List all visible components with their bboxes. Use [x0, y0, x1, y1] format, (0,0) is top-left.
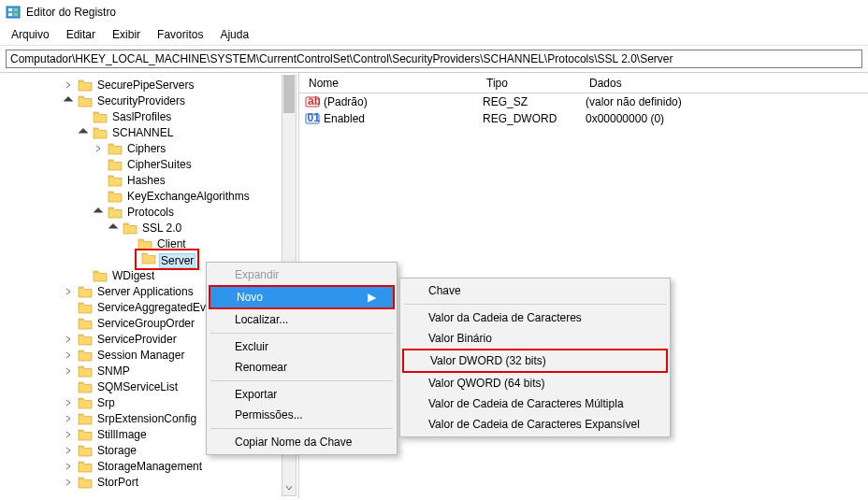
addressbar [0, 46, 868, 73]
folder-icon [93, 110, 108, 123]
tree-node[interactable]: CipherSuites [2, 156, 298, 172]
menu-ajuda[interactable]: Ajuda [212, 26, 256, 43]
scroll-thumb[interactable] [283, 76, 295, 113]
context-menu[interactable]: Expandir Novo ▶ Localizar... Excluir Ren… [206, 262, 398, 455]
value-name: Enabled [324, 112, 483, 125]
folder-icon [78, 412, 93, 425]
folder-icon [93, 126, 108, 139]
ctx-localizar[interactable]: Localizar... [209, 309, 395, 330]
value-data: (valor não definido) [586, 95, 868, 108]
chevron-collapsed-icon[interactable] [62, 333, 75, 346]
ctx-excluir[interactable]: Excluir [209, 336, 395, 357]
folder-icon [78, 79, 93, 92]
svg-rect-0 [7, 7, 20, 18]
chevron-expanded-icon[interactable] [92, 206, 105, 219]
twisty-spacer [92, 158, 105, 171]
ctx-separator [404, 304, 666, 305]
tree-node[interactable]: KeyExchangeAlgorithms [2, 188, 298, 204]
chevron-collapsed-icon[interactable] [92, 142, 105, 155]
tree-node[interactable]: SCHANNEL [2, 124, 298, 140]
tree-node[interactable]: StorageManagement [2, 458, 298, 474]
tree-node-label: SQMServiceList [95, 380, 180, 393]
value-type: REG_SZ [483, 95, 586, 108]
value-list[interactable]: (Padrão)REG_SZ(valor não definido)Enable… [299, 93, 868, 127]
tree-node-label: Protocols [125, 206, 176, 219]
folder-icon [78, 285, 93, 298]
tree-node[interactable]: SaslProfiles [2, 108, 298, 124]
tree-node-label: ServiceProvider [95, 333, 179, 346]
values-header[interactable]: Nome Tipo Dados [299, 73, 868, 93]
twisty-spacer [122, 253, 135, 266]
chevron-collapsed-icon[interactable] [62, 412, 75, 425]
tree-node[interactable]: SecurityProviders [2, 93, 298, 108]
menu-exibir[interactable]: Exibir [105, 26, 148, 43]
ctx-valor-multipla[interactable]: Valor de Cadeia de Caracteres Múltipla [402, 393, 668, 414]
chevron-collapsed-icon[interactable] [62, 349, 75, 362]
ctx-chave[interactable]: Chave [402, 280, 668, 301]
svg-rect-3 [14, 8, 18, 11]
twisty-spacer [62, 380, 75, 393]
tree-node[interactable]: SecurePipeServers [2, 77, 298, 93]
folder-icon [108, 174, 123, 187]
tree-node-label: SecurePipeServers [95, 79, 195, 92]
menu-favoritos[interactable]: Favoritos [150, 26, 210, 43]
context-submenu-novo[interactable]: Chave Valor da Cadeia de Caracteres Valo… [399, 278, 671, 437]
folder-icon [123, 221, 137, 235]
chevron-expanded-icon[interactable] [62, 94, 75, 107]
twisty-spacer [62, 301, 75, 314]
chevron-collapsed-icon[interactable] [62, 364, 75, 378]
chevron-right-icon: ▶ [368, 291, 376, 304]
twisty-spacer [92, 190, 105, 203]
menu-arquivo[interactable]: Arquivo [4, 26, 57, 43]
ctx-valor-qword[interactable]: Valor QWORD (64 bits) [402, 373, 668, 393]
ctx-exportar[interactable]: Exportar [209, 384, 395, 405]
ctx-valor-expansivel[interactable]: Valor de Cadeia de Caracteres Expansível [402, 414, 668, 435]
tree-node[interactable]: Hashes [2, 172, 298, 188]
folder-icon [78, 94, 93, 107]
ctx-valor-binario[interactable]: Valor Binário [402, 328, 668, 349]
svg-rect-1 [8, 8, 12, 11]
twisty-spacer [77, 110, 90, 123]
ctx-valor-dword[interactable]: Valor DWORD (32 bits) [404, 350, 666, 371]
col-type[interactable]: Tipo [483, 77, 586, 90]
binary-value-icon [305, 111, 320, 126]
chevron-collapsed-icon[interactable] [62, 428, 75, 441]
col-data[interactable]: Dados [586, 77, 868, 90]
folder-icon [78, 476, 93, 489]
folder-icon [78, 333, 93, 346]
folder-icon [93, 269, 108, 282]
chevron-collapsed-icon[interactable] [62, 476, 75, 489]
tree-node[interactable]: Protocols [2, 204, 298, 220]
value-row[interactable]: (Padrão)REG_SZ(valor não definido) [299, 93, 868, 110]
ctx-expandir: Expandir [209, 264, 395, 285]
tree-node-label: SrpExtensionConfig [95, 412, 198, 425]
tree-node-label: WDigest [110, 269, 156, 282]
scroll-down-icon[interactable] [282, 480, 296, 495]
ctx-separator [210, 428, 393, 429]
chevron-expanded-icon[interactable] [107, 221, 120, 235]
chevron-collapsed-icon[interactable] [62, 444, 75, 457]
ctx-valor-cadeia[interactable]: Valor da Cadeia de Caracteres [402, 307, 668, 328]
ctx-renomear[interactable]: Renomear [209, 357, 395, 378]
value-row[interactable]: EnabledREG_DWORD0x00000000 (0) [299, 110, 868, 127]
chevron-collapsed-icon[interactable] [62, 460, 75, 473]
chevron-expanded-icon[interactable] [77, 126, 90, 139]
ctx-copiar-nome[interactable]: Copiar Nome da Chave [209, 432, 395, 452]
col-name[interactable]: Nome [305, 77, 483, 90]
svg-rect-2 [8, 13, 12, 16]
highlight-box: Server [135, 249, 199, 270]
folder-icon [78, 428, 93, 441]
chevron-collapsed-icon[interactable] [62, 396, 75, 409]
chevron-collapsed-icon[interactable] [62, 285, 75, 298]
window-title: Editor do Registro [26, 6, 116, 19]
tree-node[interactable]: SSL 2.0 [2, 220, 298, 236]
menu-editar[interactable]: Editar [59, 26, 103, 43]
address-input[interactable] [6, 50, 862, 68]
tree-node[interactable]: StorPort [2, 474, 298, 490]
ctx-novo[interactable]: Novo ▶ [210, 287, 393, 307]
ctx-permissoes[interactable]: Permissões... [209, 405, 395, 425]
titlebar: Editor do Registro [0, 0, 868, 24]
tree-node[interactable]: Ciphers [2, 140, 298, 156]
chevron-collapsed-icon[interactable] [62, 79, 75, 92]
tree-node-label: Server Applications [95, 285, 195, 298]
